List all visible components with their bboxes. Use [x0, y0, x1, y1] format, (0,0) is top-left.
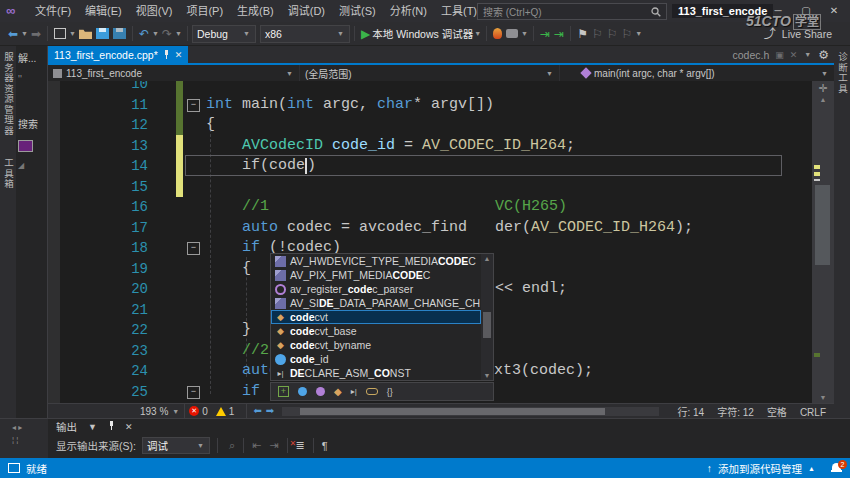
- menu-文件(F)[interactable]: 文件(F): [28, 5, 78, 17]
- background-tasks-icon[interactable]: [8, 463, 20, 473]
- panel-dropdown[interactable]: ▼: [87, 422, 98, 432]
- fold-collapse-box[interactable]: −: [187, 242, 200, 255]
- panel-search-label[interactable]: 搜索: [18, 116, 38, 131]
- completion-item[interactable]: DECLARE_ASM_CONST: [271, 366, 481, 380]
- notifications-bell-icon[interactable]: 2: [831, 463, 842, 473]
- save-icon[interactable]: [96, 28, 109, 39]
- server-explorer-tab[interactable]: 服务器资源管理器: [1, 52, 15, 136]
- scm-dropdown-icon[interactable]: ▲: [808, 465, 815, 472]
- prev-message-icon[interactable]: ⇤: [248, 439, 265, 452]
- filter-key-icon[interactable]: [366, 388, 378, 395]
- resize-grip-icon[interactable]: ◢: [18, 161, 24, 170]
- next-message-icon[interactable]: ⇥: [265, 439, 282, 452]
- status-segment[interactable]: 空格: [767, 407, 787, 418]
- horizontal-scrollbar[interactable]: [282, 407, 658, 416]
- filter-snip-icon[interactable]: {}: [387, 386, 393, 398]
- diagnostic-tools-tab[interactable]: 诊断工具: [835, 52, 849, 418]
- warning-icon[interactable]: [216, 407, 226, 416]
- scope-dropdown[interactable]: (全局范围) ▼: [300, 65, 560, 81]
- completion-item[interactable]: codecvt_byname: [271, 338, 481, 352]
- step-into-icon[interactable]: ⇥: [538, 26, 552, 42]
- code-line-13[interactable]: 13AVCodecID code_id = AV_CODEC_ID_H264;: [48, 135, 812, 156]
- menu-视图(V)[interactable]: 视图(V): [129, 5, 180, 17]
- project-dropdown[interactable]: 113_first_encode ▼: [48, 65, 300, 81]
- clear-all-icon[interactable]: ≣✕: [292, 439, 309, 452]
- prev-bookmark-icon[interactable]: ⚐: [590, 26, 605, 42]
- open-folder-icon[interactable]: [79, 28, 92, 39]
- completion-item[interactable]: AV_SIDE_DATA_PARAM_CHANGE_CHANNEL_COUN: [271, 296, 481, 310]
- error-icon[interactable]: ✕: [189, 406, 199, 416]
- error-count[interactable]: 0: [202, 406, 208, 417]
- menu-调试(D)[interactable]: 调试(D): [281, 5, 332, 17]
- status-segment[interactable]: 字符: 12: [717, 407, 754, 418]
- close-tab-icon[interactable]: ✕: [175, 50, 183, 60]
- popup-scrollbar[interactable]: ▲ ▼: [481, 254, 493, 380]
- snapshot-icon[interactable]: [506, 29, 518, 38]
- save-all-icon[interactable]: [113, 28, 126, 39]
- menu-分析(N)[interactable]: 分析(N): [383, 5, 434, 17]
- editor-vertical-scrollbar[interactable]: ✛ ▲ ▼: [812, 81, 834, 403]
- fold-collapse-box[interactable]: −: [187, 386, 200, 399]
- undo-icon[interactable]: ↶: [137, 26, 151, 42]
- start-debugging-icon[interactable]: ▶: [359, 26, 372, 42]
- add-to-source-control[interactable]: 添加到源代码管理: [718, 461, 802, 476]
- clear-bookmarks-icon[interactable]: ⚐: [619, 26, 634, 42]
- solution-platform-dropdown[interactable]: x86▼: [260, 25, 350, 43]
- completion-item[interactable]: AV_HWDEVICE_TYPE_MEDIACODEC: [271, 254, 481, 268]
- filter-macro-icon[interactable]: ▸|: [351, 386, 357, 398]
- tab-codec-h[interactable]: codec.h: [732, 49, 769, 61]
- code-line-26[interactable]: 26{: [48, 401, 812, 403]
- menu-项目(P)[interactable]: 项目(P): [179, 5, 230, 17]
- next-bookmark-icon[interactable]: ⚐: [605, 26, 620, 42]
- output-source-dropdown[interactable]: 调试▼: [142, 437, 210, 454]
- code-line-15[interactable]: 15: [48, 176, 812, 197]
- panel-title[interactable]: 解...: [18, 50, 36, 65]
- editor-settings-gear-icon[interactable]: ⚙: [818, 48, 829, 62]
- new-project-icon[interactable]: [54, 28, 66, 39]
- status-segment[interactable]: 行: 14: [678, 407, 705, 418]
- fold-collapse-box[interactable]: −: [187, 99, 200, 112]
- word-wrap-icon[interactable]: ¶: [318, 440, 332, 452]
- menu-测试(S)[interactable]: 测试(S): [332, 5, 383, 17]
- completion-item-selected[interactable]: codecvt: [271, 310, 481, 324]
- code-line-17[interactable]: 17auto codec = avcodec_findder(AV_CODEC_…: [48, 217, 812, 238]
- code-line-10[interactable]: 10: [48, 81, 812, 94]
- publish-arrow-icon[interactable]: ↑: [707, 462, 712, 474]
- tab-113-first-encode[interactable]: 113_first_encode.cpp* ✕: [48, 46, 188, 63]
- code-line-14[interactable]: 14if(code): [48, 155, 812, 176]
- close-tab2-icon[interactable]: ✕: [790, 50, 798, 60]
- panel-close-icon[interactable]: ✕: [125, 422, 133, 432]
- filter-all-icon[interactable]: +: [278, 386, 289, 397]
- bookmark-icon[interactable]: ⚑: [575, 26, 590, 42]
- toolbox-tab[interactable]: 工具箱: [1, 158, 15, 190]
- solution-configuration-dropdown[interactable]: Debug▼: [192, 25, 256, 43]
- redo-icon[interactable]: ↷: [160, 26, 174, 42]
- filter-class-icon[interactable]: ◆: [334, 386, 342, 398]
- status-segment[interactable]: CRLF: [800, 407, 826, 418]
- popup-scroll-thumb[interactable]: [483, 312, 491, 338]
- filter-field-icon[interactable]: [298, 387, 307, 396]
- navigate-back-icon[interactable]: ⬅: [6, 26, 20, 42]
- scroll-down-icon[interactable]: ▼: [812, 394, 834, 401]
- menu-生成(B)[interactable]: 生成(B): [230, 5, 281, 17]
- close-button[interactable]: ✕: [822, 0, 846, 22]
- find-message-icon[interactable]: ⌕: [225, 439, 239, 452]
- splitter-grip-icon[interactable]: ✛: [812, 82, 834, 95]
- quick-search-box[interactable]: 搜索 (Ctrl+Q): [477, 3, 667, 20]
- panel-pin-icon[interactable]: [108, 421, 115, 430]
- step-over-icon[interactable]: ⇥: [552, 26, 566, 42]
- completion-item[interactable]: av_register_codec_parser: [271, 282, 481, 296]
- promote-tab-icon[interactable]: ▣: [775, 50, 784, 60]
- member-dropdown[interactable]: main(int argc, char * argv[]) ▼: [560, 65, 834, 81]
- nav-back-small-icon[interactable]: ⬅: [251, 403, 263, 419]
- nav-fwd-small-icon[interactable]: ➡: [264, 403, 276, 419]
- menu-编辑(E)[interactable]: 编辑(E): [78, 5, 129, 17]
- completion-item[interactable]: codecvt_base: [271, 324, 481, 338]
- zoom-dropdown[interactable]: 193 %▼: [140, 406, 180, 417]
- code-line-16[interactable]: 16//1VC(H265): [48, 196, 812, 217]
- start-debugging-label[interactable]: 本地 Windows 调试器: [372, 26, 473, 41]
- code-line-11[interactable]: 11−int main(int argc, char* argv[]): [48, 94, 812, 115]
- navigate-back-dropdown[interactable]: ▼: [20, 30, 29, 37]
- scrollbar-thumb[interactable]: [815, 185, 830, 265]
- h-scroll-thumb[interactable]: [300, 408, 605, 415]
